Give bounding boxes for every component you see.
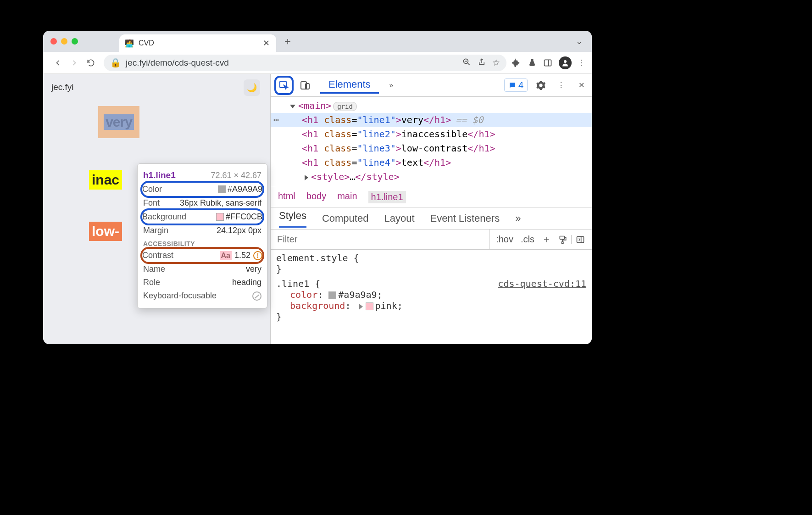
maximize-window-icon[interactable] [72, 38, 78, 45]
menu-icon[interactable]: ⋮ [578, 58, 585, 67]
color-swatch-icon[interactable] [328, 291, 336, 299]
devtools-toolbar: Elements » 4 ⋮ ✕ [271, 74, 592, 97]
devtools-panel: Elements » 4 ⋮ ✕ <main>grid <h1 class="l… [270, 74, 592, 344]
kebab-menu-icon[interactable]: ⋮ [554, 78, 568, 92]
crumb-main[interactable]: main [337, 191, 357, 203]
reload-button[interactable] [84, 56, 97, 69]
tooltip-selector: h1.line1 [143, 170, 176, 180]
tab-listeners[interactable]: Event Listeners [430, 213, 500, 224]
tab-list-icon[interactable]: ⌄ [576, 36, 583, 46]
title-bar: 🧑‍💻 CVD ✕ ＋ ⌄ [43, 31, 592, 52]
minimize-window-icon[interactable] [61, 38, 67, 45]
settings-icon[interactable] [534, 78, 548, 92]
labs-icon[interactable] [528, 58, 537, 68]
line1-box[interactable]: very [98, 106, 139, 138]
styles-pane-tabs: Styles Computed Layout Event Listeners » [271, 207, 592, 230]
close-tab-icon[interactable]: ✕ [263, 38, 270, 48]
demo-content: very inac low- [98, 106, 139, 241]
forward-button[interactable] [68, 56, 81, 69]
dom-line4[interactable]: <h1 class="line4">text</h1> [288, 156, 592, 170]
element-inspect-tooltip: h1.line172.61 × 42.67 Color#A9A9A9 Font3… [137, 163, 267, 308]
svg-point-2 [564, 60, 567, 63]
element-style-rule[interactable]: element.style { [276, 252, 586, 263]
color-swatch-icon[interactable] [366, 302, 373, 310]
share-icon[interactable] [478, 57, 486, 68]
traffic-lights [50, 38, 78, 45]
dom-line3[interactable]: <h1 class="line3">low-contrast</h1> [288, 141, 592, 156]
url-text: jec.fyi/demo/cds-quest-cvd [126, 58, 229, 68]
device-toolbar-button[interactable] [298, 78, 312, 92]
more-style-tabs-icon[interactable]: » [515, 213, 521, 224]
line2-box[interactable]: inac [89, 170, 122, 190]
favicon-icon: 🧑‍💻 [125, 39, 134, 48]
crumb-html[interactable]: html [278, 191, 295, 203]
dom-main[interactable]: <main>grid [288, 99, 592, 113]
styles-body[interactable]: element.style { } .line1 {cds-quest-cvd:… [271, 250, 592, 344]
crumb-h1[interactable]: h1.line1 [368, 191, 406, 203]
cls-button[interactable]: .cls [517, 234, 538, 245]
aa-badge: Aa [220, 251, 232, 260]
inspect-element-button[interactable] [274, 76, 294, 95]
color-swatch-icon [216, 213, 224, 221]
grid-badge[interactable]: grid [333, 102, 357, 111]
back-button[interactable] [51, 56, 64, 69]
more-tabs-icon[interactable]: » [384, 78, 398, 92]
not-focusable-icon [252, 291, 261, 301]
dom-tree[interactable]: <main>grid <h1 class="line1">very</h1>==… [271, 97, 592, 187]
dom-style[interactable]: <style>…</style> [288, 170, 592, 184]
tab-title: CVD [139, 39, 154, 47]
bookmark-icon[interactable]: ☆ [492, 57, 500, 68]
prop-color[interactable]: color: #a9a9a9; [276, 289, 586, 300]
color-swatch-icon [218, 185, 226, 193]
browser-window: 🧑‍💻 CVD ✕ ＋ ⌄ 🔒 jec.fyi/demo/cds-quest-c… [43, 31, 592, 344]
lock-icon: 🔒 [110, 57, 121, 68]
sidepanel-icon[interactable] [543, 58, 552, 67]
prop-background[interactable]: background: pink; [276, 300, 586, 311]
tab-computed[interactable]: Computed [322, 213, 369, 224]
styles-filter-bar: :hov .cls ＋ [271, 230, 592, 250]
source-link[interactable]: cds-quest-cvd:11 [498, 278, 586, 289]
svg-rect-8 [577, 236, 584, 242]
tooltip-bg-row: Background#FFC0CB [140, 208, 264, 225]
crumb-body[interactable]: body [306, 191, 326, 203]
browser-tools: ⋮ [511, 56, 585, 69]
tooltip-color-row: Color#A9A9A9 [140, 181, 264, 198]
line1-text: very [104, 114, 134, 130]
close-devtools-icon[interactable]: ✕ [574, 78, 588, 92]
toggle-sidebar-icon[interactable] [571, 235, 589, 244]
svg-rect-6 [560, 236, 564, 239]
dom-line2[interactable]: <h1 class="line2">inaccessible</h1> [288, 127, 592, 141]
zoom-icon[interactable] [462, 57, 471, 68]
close-window-icon[interactable] [50, 38, 57, 45]
tooltip-contrast-row: ContrastAa1.52! [140, 247, 264, 264]
tooltip-dimensions: 72.61 × 42.67 [211, 171, 261, 180]
warning-icon: ! [253, 251, 262, 260]
profile-avatar[interactable] [559, 56, 572, 69]
dom-line1[interactable]: <h1 class="line1">very</h1>== $0 [271, 113, 592, 127]
omnibox-actions: ☆ [462, 57, 500, 68]
dom-breadcrumb[interactable]: html body main h1.line1 [271, 187, 592, 207]
line3-box[interactable]: low- [89, 222, 122, 241]
issues-badge[interactable]: 4 [504, 78, 528, 92]
hov-button[interactable]: :hov [492, 234, 517, 245]
elements-tab[interactable]: Elements [320, 77, 379, 94]
new-rule-icon[interactable]: ＋ [538, 233, 555, 246]
browser-tab[interactable]: 🧑‍💻 CVD ✕ [119, 34, 276, 52]
svg-rect-1 [545, 60, 551, 66]
tab-layout[interactable]: Layout [384, 213, 414, 224]
dark-mode-toggle[interactable]: 🌙 [244, 79, 260, 96]
styles-filter-input[interactable] [271, 231, 489, 247]
tab-styles[interactable]: Styles [279, 210, 306, 228]
paint-icon[interactable] [555, 235, 571, 244]
line1-rule[interactable]: .line1 {cds-quest-cvd:11 [276, 278, 586, 289]
svg-rect-7 [562, 242, 563, 243]
toolbar: 🔒 jec.fyi/demo/cds-quest-cvd ☆ ⋮ [43, 52, 592, 74]
new-tab-button[interactable]: ＋ [283, 34, 293, 48]
address-bar[interactable]: 🔒 jec.fyi/demo/cds-quest-cvd ☆ [104, 55, 506, 71]
extensions-icon[interactable] [511, 58, 521, 68]
page-title: jec.fyi [51, 82, 74, 92]
